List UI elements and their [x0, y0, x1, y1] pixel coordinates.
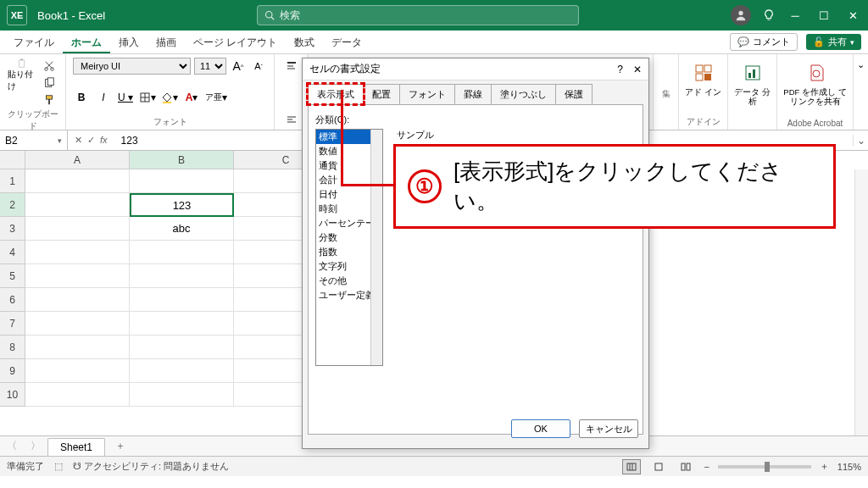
user-avatar[interactable]: [731, 5, 751, 25]
row-header[interactable]: 5: [0, 264, 25, 288]
select-all-corner[interactable]: [0, 151, 25, 169]
sheet-nav-next-icon[interactable]: 〉: [24, 439, 47, 453]
page-layout-view-icon[interactable]: [649, 459, 668, 474]
cell[interactable]: [25, 383, 130, 407]
sheet-tab[interactable]: Sheet1: [47, 438, 105, 456]
share-button[interactable]: 🔓共有▾: [806, 34, 861, 50]
cell[interactable]: [25, 169, 130, 193]
cut-icon[interactable]: [40, 58, 58, 75]
formula-expand-icon[interactable]: ⌄: [853, 135, 868, 147]
cell[interactable]: [25, 359, 130, 383]
fill-color-icon[interactable]: ▾: [161, 89, 178, 106]
zoom-slider[interactable]: [718, 465, 811, 469]
normal-view-icon[interactable]: [622, 459, 641, 474]
tab-font[interactable]: フォント: [399, 84, 455, 104]
acrobat-group[interactable]: PDF を作成し てリンクを共有 Adobe Acrobat: [776, 54, 853, 130]
row-header[interactable]: 8: [0, 336, 25, 359]
cell[interactable]: [25, 193, 130, 217]
tab-file[interactable]: ファイル: [5, 30, 63, 53]
font-color-icon[interactable]: A▾: [183, 89, 200, 106]
cell[interactable]: [130, 288, 234, 312]
row-header[interactable]: 4: [0, 241, 25, 264]
col-header[interactable]: B: [130, 151, 234, 169]
align-left-icon[interactable]: [281, 111, 301, 128]
tab-protection[interactable]: 保護: [555, 84, 593, 104]
search-box[interactable]: 検索: [257, 5, 579, 25]
cell[interactable]: [130, 264, 234, 288]
row-header[interactable]: 9: [0, 359, 25, 383]
ok-button[interactable]: OK: [511, 419, 570, 438]
dialog-help-icon[interactable]: ?: [617, 64, 623, 75]
tab-number-format[interactable]: 表示形式: [308, 84, 364, 104]
vertical-scrollbar[interactable]: [854, 169, 868, 435]
close-button[interactable]: ✕: [844, 9, 861, 22]
cell[interactable]: [25, 217, 130, 241]
minimize-button[interactable]: ─: [787, 9, 804, 22]
zoom-in-button[interactable]: ＋: [820, 460, 829, 473]
tab-insert[interactable]: 挿入: [110, 30, 147, 53]
increase-font-icon[interactable]: A^: [230, 58, 247, 75]
align-top-icon[interactable]: [281, 58, 301, 75]
cell[interactable]: [25, 241, 130, 264]
row-header[interactable]: 6: [0, 288, 25, 312]
tab-draw[interactable]: 描画: [147, 30, 185, 53]
zoom-out-button[interactable]: −: [704, 462, 709, 472]
copy-icon[interactable]: [40, 75, 58, 92]
cell[interactable]: [25, 336, 130, 359]
cell-B3[interactable]: abc: [130, 217, 234, 241]
accessibility-status[interactable]: ☋ アクセシビリティ: 問題ありません: [73, 460, 229, 473]
bold-button[interactable]: B: [73, 89, 90, 106]
cell[interactable]: [25, 312, 130, 336]
row-header[interactable]: 1: [0, 169, 25, 193]
fx-icon[interactable]: fx: [100, 135, 108, 146]
tab-fill[interactable]: 塗りつぶし: [491, 84, 556, 104]
dialog-close-icon[interactable]: ✕: [633, 64, 642, 75]
enter-formula-icon[interactable]: ✓: [87, 135, 95, 146]
tab-home[interactable]: ホーム: [63, 30, 110, 53]
list-scrollbar[interactable]: [370, 130, 382, 365]
category-list[interactable]: 標準 数値 通貨 会計 日付 時刻 パーセンテージ 分数 指数 文字列 その他 …: [315, 129, 383, 366]
cell[interactable]: [130, 312, 234, 336]
cancel-button[interactable]: キャンセル: [579, 419, 638, 438]
phonetic-icon[interactable]: ア亜▾: [205, 89, 227, 106]
format-painter-icon[interactable]: [40, 92, 58, 108]
row-header[interactable]: 3: [0, 217, 25, 241]
row-header[interactable]: 10: [0, 383, 25, 407]
border-icon[interactable]: ▾: [139, 89, 156, 106]
tab-alignment[interactable]: 配置: [363, 84, 400, 104]
font-size-select[interactable]: 11: [194, 58, 226, 75]
cell[interactable]: [130, 383, 234, 407]
tab-border[interactable]: 罫線: [454, 84, 492, 104]
data-analysis-button[interactable]: データ 分析: [727, 54, 776, 130]
addin-group[interactable]: アド イン アドイン: [678, 54, 727, 130]
zoom-level[interactable]: 115%: [837, 462, 861, 472]
name-box[interactable]: B2▾: [0, 130, 68, 150]
cell-B2[interactable]: 123: [130, 193, 234, 217]
cell[interactable]: [130, 169, 234, 193]
col-header[interactable]: A: [25, 151, 130, 169]
paste-button[interactable]: 貼り付け: [7, 58, 36, 93]
tab-data[interactable]: データ: [323, 30, 370, 53]
cell[interactable]: [25, 264, 130, 288]
cancel-formula-icon[interactable]: ✕: [75, 135, 82, 146]
italic-button[interactable]: I: [95, 89, 112, 106]
add-sheet-button[interactable]: ＋: [105, 439, 136, 453]
cell[interactable]: [130, 336, 234, 359]
row-header[interactable]: 2: [0, 193, 25, 217]
status-help-icon[interactable]: ⬚: [54, 461, 63, 472]
cell[interactable]: [25, 288, 130, 312]
lightbulb-icon[interactable]: [763, 9, 775, 21]
decrease-font-icon[interactable]: Aˇ: [250, 58, 267, 75]
cell[interactable]: [130, 359, 234, 383]
maximize-button[interactable]: ☐: [815, 9, 832, 22]
underline-button[interactable]: U ▾: [117, 89, 134, 106]
tab-formulas[interactable]: 数式: [286, 30, 323, 53]
page-break-view-icon[interactable]: [676, 459, 695, 474]
cell[interactable]: [130, 241, 234, 264]
comments-button[interactable]: 💬コメント: [730, 33, 798, 51]
ribbon-collapse-icon[interactable]: ⌄: [853, 54, 868, 130]
row-header[interactable]: 7: [0, 312, 25, 336]
sheet-nav-prev-icon[interactable]: 〈: [0, 439, 24, 453]
tab-layout[interactable]: ページ レイアウト: [185, 30, 286, 53]
font-name-select[interactable]: Meiryo UI: [73, 58, 191, 75]
